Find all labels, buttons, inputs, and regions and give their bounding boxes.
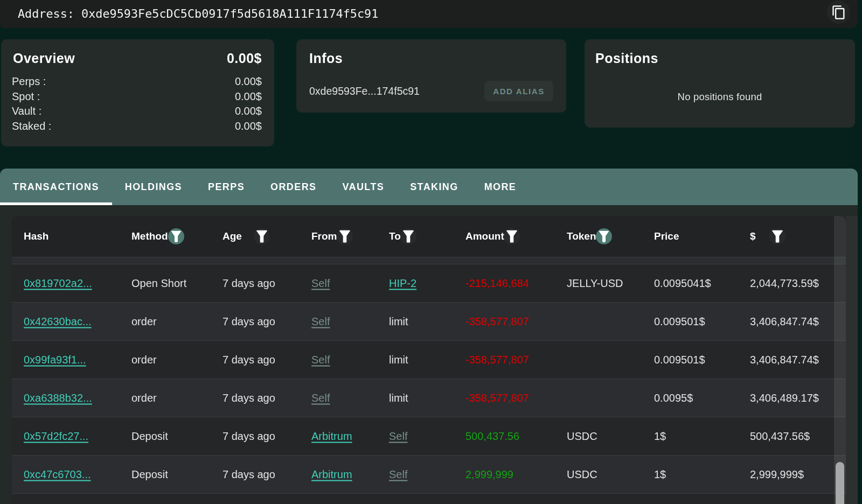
cell-usd: 2,044,773.59$ (750, 277, 819, 290)
table-body: 0x819702a2...Open Short7 days agoSelfHIP… (12, 257, 846, 504)
table-right-gutter (846, 216, 858, 504)
overview-row-value: 0.00$ (235, 120, 262, 132)
tab-more[interactable]: MORE (471, 169, 530, 205)
cell-from-link[interactable]: Arbitrum (311, 430, 352, 443)
cell-method: order (131, 392, 157, 404)
tab-label: PERPS (208, 181, 245, 193)
cell-from-link[interactable]: Self (311, 316, 330, 328)
copy-address-button[interactable] (827, 1, 850, 24)
cell-usd: 2,999,999$ (750, 468, 804, 481)
column-header-price: Price (654, 216, 679, 257)
tab-vaults[interactable]: VAULTS (329, 169, 397, 205)
table-row: 0xa6388b32...order7 days agoSelflimit-35… (12, 379, 846, 417)
column-header-label: Amount (465, 230, 504, 242)
cell-from-link[interactable]: Self (311, 354, 330, 366)
tab-label: TRANSACTIONS (13, 181, 99, 193)
cell-hash-link[interactable]: 0xa6388b32... (24, 392, 92, 404)
cell-amount: -358,577,807 (465, 316, 529, 328)
cell-to-link[interactable]: Self (389, 430, 407, 443)
column-header-amount: Amount (465, 216, 504, 257)
overview-row-label: Vault : (12, 105, 41, 117)
cell-to: limit (389, 392, 408, 404)
cell-from-link[interactable]: Self (311, 392, 330, 404)
cell-usd: 500,437.56$ (750, 430, 810, 443)
positions-card: Positions No positions found (585, 39, 855, 128)
tab-label: STAKING (410, 181, 458, 193)
cell-hash-link[interactable]: 0x57d2fc27... (24, 430, 88, 443)
tab-transactions[interactable]: TRANSACTIONS (0, 169, 112, 205)
column-header-method: Method (131, 216, 168, 257)
filter-funnel-icon (597, 230, 610, 243)
cell-age: 7 days ago (223, 430, 275, 443)
transactions-table: HashMethodAgeFromToAmountTokenPrice$ 0x8… (12, 216, 846, 504)
overview-card: Overview 0.00$ Perps :0.00$Spot :0.00$Va… (1, 39, 274, 146)
column-header-usd: $ (750, 216, 756, 257)
cell-price: 0.0095041$ (654, 277, 711, 290)
cell-to-link[interactable]: Self (389, 468, 407, 481)
cell-method: order (131, 354, 157, 366)
tab-holdings[interactable]: HOLDINGS (112, 169, 195, 205)
cell-price: 1$ (654, 468, 666, 481)
column-header-label: $ (750, 230, 756, 242)
cell-age: 7 days ago (223, 354, 275, 366)
filter-funnel-icon (170, 230, 183, 243)
filter-button-method[interactable] (168, 228, 184, 244)
tab-bar: TRANSACTIONSHOLDINGSPERPSORDERSVAULTSSTA… (0, 169, 858, 205)
tab-label: MORE (484, 181, 517, 193)
overview-row-value: 0.00$ (235, 75, 262, 88)
cell-hash-link[interactable]: 0xc47c6703... (24, 468, 91, 481)
table-scrollbar-track[interactable] (834, 216, 846, 504)
cell-token: USDC (567, 430, 597, 443)
table-row: 0x57d2fc27...Deposit7 days agoArbitrumSe… (12, 417, 846, 456)
overview-row: Staked :0.00$ (12, 119, 262, 134)
column-header-token: Token (567, 216, 596, 257)
overview-row-value: 0.00$ (235, 105, 262, 117)
tab-orders[interactable]: ORDERS (258, 169, 329, 205)
table-row: 0x819702a2...Open Short7 days agoSelfHIP… (12, 264, 846, 303)
cell-hash-link[interactable]: 0x99fa93f1... (24, 354, 86, 366)
table-row: 0x99fa93f1...order7 days agoSelflimit-35… (12, 341, 846, 379)
short-address: 0xde9593Fe...174f5c91 (309, 85, 420, 97)
column-header-age: Age (223, 216, 242, 257)
add-alias-button[interactable]: ADD ALIAS (484, 81, 553, 101)
cell-method: Deposit (131, 468, 168, 481)
overview-title: Overview (13, 51, 75, 66)
column-header-label: From (311, 230, 337, 242)
tab-perps[interactable]: PERPS (195, 169, 258, 205)
cell-hash-link[interactable]: 0x819702a2... (24, 277, 92, 290)
overview-row: Perps :0.00$ (12, 74, 262, 89)
column-header-to: To (389, 216, 401, 257)
cell-from-link[interactable]: Arbitrum (311, 468, 352, 481)
filter-button-age[interactable] (254, 228, 270, 244)
infos-title: Infos (309, 51, 343, 66)
table-row: 0xc47c6703...Deposit7 days agoArbitrumSe… (12, 456, 846, 494)
cell-hash-link[interactable]: 0x42630bac... (24, 316, 92, 328)
cell-from-link[interactable]: Self (311, 277, 330, 290)
overview-rows: Perps :0.00$Spot :0.00$Vault :0.00$Stake… (12, 74, 262, 134)
filter-button-amount[interactable] (504, 228, 520, 244)
address-value: 0xde9593Fe5cDC5Cb0917f5d5618A111F1174f5c… (81, 7, 378, 20)
tab-label: VAULTS (342, 181, 384, 193)
filter-button-usd[interactable] (769, 228, 785, 244)
cell-price: 0.0095$ (654, 392, 693, 404)
filter-funnel-icon (255, 229, 269, 243)
cell-amount: -215,146,684 (465, 277, 529, 290)
cell-usd: 3,406,847.74$ (750, 354, 819, 366)
copy-icon (831, 5, 846, 20)
filter-funnel-icon (770, 229, 784, 243)
cell-price: 0.009501$ (654, 316, 705, 328)
tab-staking[interactable]: STAKING (397, 169, 471, 205)
column-header-hash: Hash (24, 216, 48, 257)
filter-button-from[interactable] (337, 228, 353, 244)
cell-age: 7 days ago (223, 277, 275, 290)
filter-button-to[interactable] (400, 228, 416, 244)
column-header-label: Age (223, 230, 242, 242)
page: Address: 0xde9593Fe5cDC5Cb0917f5d5618A11… (0, 0, 862, 504)
table-row-partial (12, 257, 846, 264)
filter-button-token[interactable] (596, 228, 612, 244)
cell-price: 1$ (654, 430, 666, 443)
cell-to-link[interactable]: HIP-2 (389, 277, 416, 290)
cell-amount: -358,577,807 (465, 354, 529, 366)
overview-row-label: Perps : (12, 75, 46, 88)
table-scrollbar-thumb[interactable] (836, 462, 844, 504)
